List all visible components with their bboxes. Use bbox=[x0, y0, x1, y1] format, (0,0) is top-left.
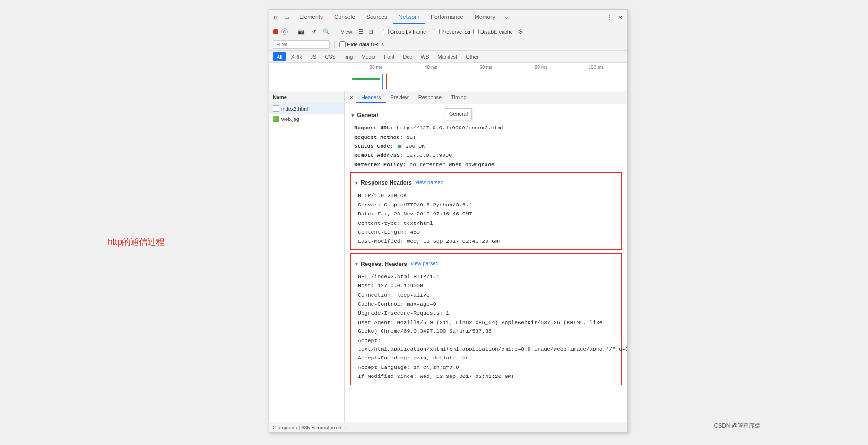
request-headers-title-bar: ▼ Request Headers view parsed bbox=[354, 257, 618, 271]
timeline-ruler: 20 ms 40 ms 60 ms 80 ms 100 ms bbox=[269, 63, 627, 72]
general-section: ▼ General General Request URL: http://12… bbox=[350, 108, 622, 169]
tab-console[interactable]: Console bbox=[329, 11, 361, 24]
tab-memory[interactable]: Memory bbox=[469, 11, 501, 24]
ruler-mark-40ms: 40 ms bbox=[403, 65, 458, 70]
req-line-4: Upgrade-Insecure-Requests: 1 bbox=[354, 309, 618, 317]
req-line-7: Accept-Encoding: gzip, deflate, br bbox=[354, 354, 618, 362]
req-line-0: GET /index2.html HTTP/1.1 bbox=[354, 273, 618, 281]
hide-data-urls-checkbox[interactable] bbox=[339, 41, 346, 47]
res-tab-css[interactable]: CSS bbox=[321, 52, 339, 61]
network-toolbar: ⊘ 📷 ⧩ 🔍 View: ☰ ⊟ Group by frame Preserv… bbox=[269, 25, 627, 38]
resp-line-4: Content-Length: 450 bbox=[354, 228, 618, 237]
request-headers-section: ▼ Request Headers view parsed GET /index… bbox=[350, 253, 622, 385]
headers-tab-response[interactable]: Response bbox=[414, 93, 447, 103]
filter-input[interactable] bbox=[273, 40, 330, 49]
headers-content: ▼ General General Request URL: http://12… bbox=[345, 104, 627, 392]
ruler-mark-60ms: 60 ms bbox=[459, 65, 513, 70]
headers-tab-timing[interactable]: Timing bbox=[446, 93, 471, 103]
tab-network[interactable]: Network bbox=[393, 11, 425, 24]
view-list-icon[interactable]: ☰ bbox=[356, 27, 365, 36]
disable-cache-checkbox[interactable] bbox=[473, 29, 479, 34]
headers-tab-headers[interactable]: Headers bbox=[356, 93, 386, 103]
req-line-8: Accept-Language: zh-CN,zh;q=0.9 bbox=[354, 363, 618, 372]
req-line-3: Cache-Control: max-age=0 bbox=[354, 300, 618, 308]
toolbar-separator-1 bbox=[292, 28, 292, 35]
group-by-frame-checkbox[interactable] bbox=[383, 29, 389, 34]
file-icon-html bbox=[273, 105, 279, 112]
disable-cache-label[interactable]: Disable cache bbox=[473, 29, 513, 34]
group-by-frame-label[interactable]: Group by frame bbox=[383, 29, 426, 34]
remote-address-field: Remote Address: 127.0.0.1:9000 bbox=[350, 151, 622, 160]
file-list-item-webjpg[interactable]: web.jpg bbox=[269, 114, 344, 124]
req-line-6: Accept: text/html,application/xhtml+xml,… bbox=[354, 336, 618, 354]
tab-elements[interactable]: Elements bbox=[294, 11, 329, 24]
toolbar-separator-5 bbox=[334, 41, 335, 48]
view-label: View: bbox=[341, 29, 354, 34]
resp-line-3: Content-type: text/html bbox=[354, 219, 618, 228]
request-view-parsed-link[interactable]: view parsed bbox=[411, 259, 439, 268]
request-method-field: Request Method: GET bbox=[350, 133, 622, 142]
record-button[interactable] bbox=[273, 29, 278, 34]
toolbar-separator-2 bbox=[336, 28, 336, 35]
file-name-index2: index2.html bbox=[281, 106, 308, 111]
resp-line-2: Date: Fri, 23 Nov 2018 07:16:46 GMT bbox=[354, 210, 618, 218]
stop-button[interactable]: ⊘ bbox=[281, 28, 288, 35]
hide-data-urls-label[interactable]: Hide data URLs bbox=[339, 41, 384, 47]
resp-line-5: Last-Modified: Wed, 13 Sep 2017 02:41:20… bbox=[354, 237, 618, 246]
request-url-field: Request URL: http://127.0.0.1:9000/index… bbox=[350, 124, 622, 132]
res-tab-other[interactable]: Other bbox=[462, 52, 483, 61]
view-large-icon[interactable]: ⊟ bbox=[366, 27, 375, 36]
tab-performance[interactable]: Performance bbox=[425, 11, 469, 24]
headers-close-icon[interactable]: ✕ bbox=[347, 93, 356, 103]
annotation-text: http的通信过程 bbox=[108, 236, 165, 248]
status-bar-text: 2 requests | 635 B transferred ... bbox=[273, 425, 347, 430]
kebab-menu-icon[interactable]: ⋮ bbox=[606, 13, 614, 22]
tab-more[interactable]: » bbox=[501, 11, 512, 24]
general-section-title-bar: ▼ General General bbox=[350, 108, 622, 122]
preserve-log-checkbox[interactable] bbox=[434, 29, 440, 34]
search-icon[interactable]: 🔍 bbox=[321, 27, 332, 36]
tab-sources[interactable]: Sources bbox=[361, 11, 393, 24]
status-code-field: Status Code: 200 OK bbox=[350, 142, 622, 151]
view-icons: ☰ ⊟ bbox=[356, 27, 375, 36]
status-green-dot bbox=[398, 145, 401, 148]
headers-tab-preview[interactable]: Preview bbox=[386, 93, 414, 103]
inspect-icon[interactable]: ⊡ bbox=[272, 13, 280, 22]
file-list-item-index2[interactable]: index2.html bbox=[269, 103, 344, 114]
res-tab-all[interactable]: All bbox=[273, 52, 286, 61]
ruler-mark-80ms: 80 ms bbox=[513, 65, 568, 70]
res-tab-js[interactable]: JS bbox=[306, 52, 320, 61]
resource-type-tabs: All XHR JS CSS Img Media Font Doc WS Man… bbox=[269, 51, 627, 63]
toolbar-separator-4 bbox=[430, 28, 430, 35]
devtools-tabs-bar: ⊡ ▭ Elements Console Sources Network Per… bbox=[269, 10, 627, 25]
req-line-1: Host: 127.0.0.1:9000 bbox=[354, 282, 618, 290]
timeline-bars bbox=[269, 72, 627, 91]
settings-icon[interactable]: ⚙ bbox=[516, 27, 525, 36]
device-icon[interactable]: ▭ bbox=[282, 13, 291, 22]
close-devtools-icon[interactable]: ✕ bbox=[616, 13, 625, 22]
res-tab-img[interactable]: Img bbox=[340, 52, 356, 61]
res-tab-media[interactable]: Media bbox=[357, 52, 379, 61]
camera-icon[interactable]: 📷 bbox=[296, 27, 307, 36]
ruler-mark-20ms: 20 ms bbox=[348, 65, 403, 70]
req-line-5: User-Agent: Mozilla/5.0 (X11; Linux x86_… bbox=[354, 318, 618, 336]
response-headers-title-bar: ▼ Response Headers view parsed bbox=[354, 176, 618, 189]
preserve-log-label[interactable]: Preserve log bbox=[434, 29, 470, 34]
file-list-header: Name bbox=[269, 91, 344, 103]
res-tab-manifest[interactable]: Manifest bbox=[434, 52, 461, 61]
req-line-2: Connection: keep-alive bbox=[354, 291, 618, 300]
res-tab-ws[interactable]: WS bbox=[417, 52, 433, 61]
resp-line-1: Server: SimpleHTTP/0.6 Python/3.6.4 bbox=[354, 201, 618, 209]
timeline-marker-blue bbox=[382, 74, 383, 89]
resp-line-0: HTTP/1.0 200 OK bbox=[354, 191, 618, 200]
response-headers-header: ▼ Response Headers bbox=[354, 179, 412, 188]
devtools-window: ⊡ ▭ Elements Console Sources Network Per… bbox=[269, 9, 628, 433]
response-view-parsed-link[interactable]: view parsed bbox=[416, 179, 443, 187]
res-tab-doc[interactable]: Doc bbox=[399, 52, 416, 61]
filter-icon[interactable]: ⧩ bbox=[310, 27, 318, 36]
res-tab-font[interactable]: Font bbox=[380, 52, 398, 61]
file-icon-img bbox=[273, 116, 279, 122]
general-tooltip: General bbox=[445, 108, 472, 120]
toolbar-separator-3 bbox=[379, 28, 379, 35]
res-tab-xhr[interactable]: XHR bbox=[287, 52, 305, 61]
